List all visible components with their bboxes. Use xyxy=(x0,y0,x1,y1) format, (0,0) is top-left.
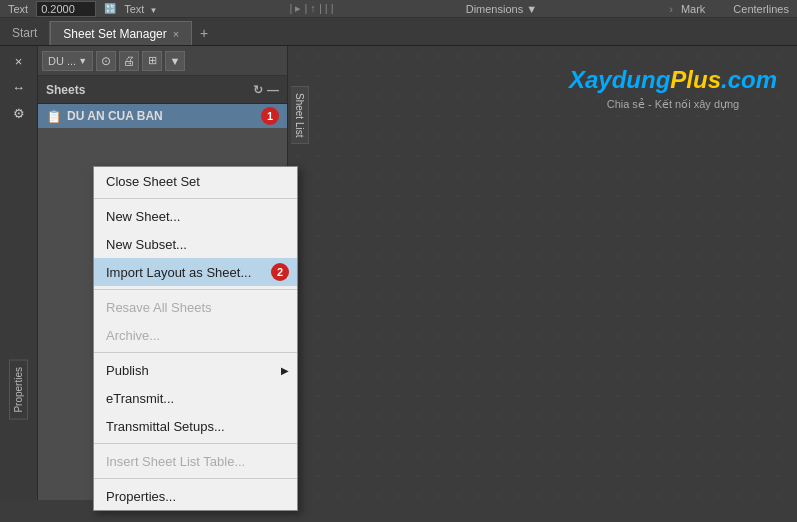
ctx-properties-label: Properties... xyxy=(106,489,176,504)
ssm-dropdown-arrow: ▼ xyxy=(78,56,87,66)
main-area: × ↔ ⚙ Properties DU ... ▼ ⊙ 🖨 ⊞ ▼ xyxy=(0,46,797,500)
ctx-insert-sheet-label: Insert Sheet List Table... xyxy=(106,454,245,469)
ssm-icon-grid[interactable]: ⊞ xyxy=(142,51,162,71)
properties-vertical-tab[interactable]: Properties xyxy=(9,360,28,420)
ctx-sep-3 xyxy=(94,352,297,353)
close-panel-icon[interactable]: × xyxy=(5,50,33,72)
logo-plus: Plus xyxy=(670,66,721,93)
ctx-etransmit[interactable]: eTransmit... xyxy=(94,384,297,412)
logo-subtitle: Chia sẻ - Kết nối xây dựng xyxy=(569,98,777,111)
logo-domain: .com xyxy=(721,66,777,93)
ssm-icon-more[interactable]: ▼ xyxy=(165,51,185,71)
ctx-properties[interactable]: Properties... xyxy=(94,482,297,510)
tab-add-button[interactable]: + xyxy=(192,21,216,45)
centerlines-label: Centerlines xyxy=(713,3,789,15)
settings-panel-icon[interactable]: ⚙ xyxy=(5,102,33,124)
ctx-resave-all: Resave All Sheets xyxy=(94,293,297,321)
ssm-item-label: DU AN CUA BAN xyxy=(67,109,256,123)
ssm-icon-1[interactable]: ⊙ xyxy=(96,51,116,71)
ctx-sep-5 xyxy=(94,478,297,479)
ctx-publish[interactable]: Publish xyxy=(94,356,297,384)
badge-1: 1 xyxy=(261,107,279,125)
ctx-import-layout-label: Import Layout as Sheet... xyxy=(106,265,251,280)
left-side-icons-panel: × ↔ ⚙ Properties xyxy=(0,46,38,500)
ssm-header-label: Sheets xyxy=(46,83,85,97)
add-icon: + xyxy=(200,25,208,41)
ctx-new-subset-label: New Subset... xyxy=(106,237,187,252)
ctx-close-sheet-set[interactable]: Close Sheet Set xyxy=(94,167,297,195)
ctx-archive-label: Archive... xyxy=(106,328,160,343)
tab-start-label: Start xyxy=(12,26,37,40)
canvas-background xyxy=(288,46,797,500)
tab-close-icon[interactable]: × xyxy=(173,28,179,40)
ssm-dropdown-btn[interactable]: DU ... ▼ xyxy=(42,51,93,71)
tab-bar: Start Sheet Set Manager × + xyxy=(0,18,797,46)
arrow-separator: › xyxy=(669,3,673,15)
ctx-sep-4 xyxy=(94,443,297,444)
tab-sheet-set-manager[interactable]: Sheet Set Manager × xyxy=(50,21,192,45)
expand-panel-icon[interactable]: ↔ xyxy=(5,76,33,98)
sheet-set-icon: 📋 xyxy=(46,109,62,124)
ssm-header-icon-refresh[interactable]: ↻ xyxy=(253,83,263,97)
ssm-header: Sheets ↻ — xyxy=(38,76,287,104)
sheet-list-tab[interactable]: Sheet List xyxy=(291,86,309,144)
text-value-input[interactable] xyxy=(36,1,96,17)
ctx-sep-1 xyxy=(94,198,297,199)
context-menu: Close Sheet Set New Sheet... New Subset.… xyxy=(93,166,298,511)
tab-ssm-label: Sheet Set Manager xyxy=(63,27,166,41)
pipe-separators: | ▸ | ↑ | | | xyxy=(289,2,333,15)
ctx-import-layout[interactable]: Import Layout as Sheet... 2 xyxy=(94,258,297,286)
ctx-new-sheet-label: New Sheet... xyxy=(106,209,180,224)
dimensions-dropdown[interactable]: Dimensions ▼ xyxy=(466,3,537,15)
text-icon: 🔡 xyxy=(104,3,116,14)
ctx-new-sheet[interactable]: New Sheet... xyxy=(94,202,297,230)
ctx-archive: Archive... xyxy=(94,321,297,349)
ssm-header-icon-close[interactable]: — xyxy=(267,83,279,97)
ctx-insert-sheet: Insert Sheet List Table... xyxy=(94,447,297,475)
ctx-etransmit-label: eTransmit... xyxy=(106,391,174,406)
ssm-header-icons: ↻ — xyxy=(253,83,279,97)
logo-area: XaydungPlus.com Chia sẻ - Kết nối xây dự… xyxy=(569,66,777,111)
ctx-sep-2 xyxy=(94,289,297,290)
sheet-list-tab-container: Sheet List xyxy=(291,86,309,144)
ctx-transmittal-label: Transmittal Setups... xyxy=(106,419,225,434)
sheet-list-tab-label: Sheet List xyxy=(294,93,305,137)
ctx-new-subset[interactable]: New Subset... xyxy=(94,230,297,258)
ssm-tree-item-root[interactable]: 📋 DU AN CUA BAN 1 xyxy=(38,104,287,128)
ctx-resave-all-label: Resave All Sheets xyxy=(106,300,212,315)
text-label: Text xyxy=(8,3,28,15)
tab-start[interactable]: Start xyxy=(0,21,50,45)
ssm-icon-print[interactable]: 🖨 xyxy=(119,51,139,71)
badge-2: 2 xyxy=(271,263,289,281)
canvas-area: XaydungPlus.com Chia sẻ - Kết nối xây dự… xyxy=(288,46,797,500)
ssm-dropdown-label: DU ... xyxy=(48,55,76,67)
mark-label: Mark xyxy=(681,3,705,15)
properties-tab-label: Properties xyxy=(13,367,24,413)
ssm-toolbar: DU ... ▼ ⊙ 🖨 ⊞ ▼ xyxy=(38,46,287,76)
top-toolbar-row: Text 🔡 Text ▼ | ▸ | ↑ | | | Dimensions ▼… xyxy=(0,0,797,18)
ctx-close-sheet-set-label: Close Sheet Set xyxy=(106,174,200,189)
logo-title: XaydungPlus.com xyxy=(569,66,777,94)
logo-xaydung: Xaydung xyxy=(569,66,670,93)
ctx-transmittal[interactable]: Transmittal Setups... xyxy=(94,412,297,440)
ctx-publish-label: Publish xyxy=(106,363,149,378)
ssm-wrap: DU ... ▼ ⊙ 🖨 ⊞ ▼ Sheets ↻ — 📋 xyxy=(38,46,288,500)
text-dropdown[interactable]: Text ▼ xyxy=(124,3,157,15)
